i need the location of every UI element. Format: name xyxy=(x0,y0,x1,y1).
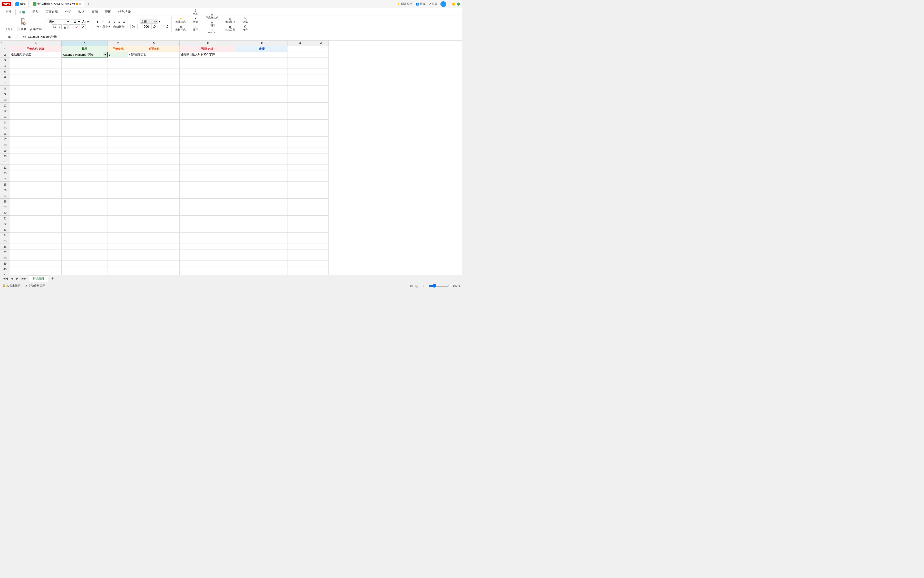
user-avatar[interactable] xyxy=(440,1,446,7)
cell-c15[interactable] xyxy=(108,125,128,131)
cell-g39[interactable] xyxy=(287,261,313,266)
cell-a40[interactable] xyxy=(10,266,62,272)
cell-f40[interactable] xyxy=(236,266,287,272)
cell-c18[interactable] xyxy=(108,142,128,148)
cell-b12[interactable] xyxy=(62,108,108,114)
font-size-select[interactable]: 11 xyxy=(71,19,81,24)
cell-b30[interactable] xyxy=(62,210,108,216)
cell-c7[interactable] xyxy=(108,80,128,86)
cell-e10[interactable] xyxy=(180,97,236,103)
cell-h4[interactable] xyxy=(313,63,328,69)
cell-e6[interactable] xyxy=(180,75,236,80)
cell-c14[interactable] xyxy=(108,120,128,125)
cell-h30[interactable] xyxy=(313,210,328,216)
cell-h40[interactable] xyxy=(313,266,328,272)
cell-e31[interactable] xyxy=(180,216,236,221)
cell-h31[interactable] xyxy=(313,216,328,221)
cell-e40[interactable] xyxy=(180,266,236,272)
cut-button[interactable]: ✂ 剪切 xyxy=(3,27,15,31)
cell-g37[interactable] xyxy=(287,250,313,255)
underline-button[interactable]: U xyxy=(63,24,68,29)
cell-f37[interactable] xyxy=(236,250,287,255)
cell-b34[interactable] xyxy=(62,232,108,238)
cell-f2[interactable] xyxy=(236,52,287,57)
cell-h29[interactable] xyxy=(313,204,328,210)
cell-h5[interactable] xyxy=(313,69,328,75)
cell-d17[interactable] xyxy=(128,136,180,142)
cell-h41[interactable] xyxy=(313,272,328,274)
cell-b4[interactable] xyxy=(62,63,108,69)
cell-g20[interactable] xyxy=(287,153,313,159)
zoom-in-button[interactable]: + xyxy=(450,284,451,287)
cell-c39[interactable] xyxy=(108,261,128,266)
cell-b6[interactable] xyxy=(62,75,108,80)
cell-f14[interactable] xyxy=(236,120,287,125)
cell-a3[interactable] xyxy=(10,57,62,63)
cell-b27[interactable] xyxy=(62,193,108,199)
cell-e9[interactable] xyxy=(180,91,236,97)
cell-g30[interactable] xyxy=(287,210,313,216)
cell-a23[interactable] xyxy=(10,170,62,176)
cell-e38[interactable] xyxy=(180,255,236,261)
cell-c26[interactable] xyxy=(108,187,128,193)
zoom-out-button[interactable]: − xyxy=(426,284,427,287)
cell-g33[interactable] xyxy=(287,227,313,232)
cell-a26[interactable] xyxy=(10,187,62,193)
cell-f5[interactable] xyxy=(236,69,287,75)
new-tab-button[interactable]: + xyxy=(86,1,92,7)
row-header-12[interactable]: 12 xyxy=(0,108,10,114)
cell-h18[interactable] xyxy=(313,142,328,148)
cell-b18[interactable] xyxy=(62,142,108,148)
cell-e32[interactable] xyxy=(180,221,236,227)
cell-b31[interactable] xyxy=(62,216,108,221)
cell-f12[interactable] xyxy=(236,108,287,114)
cell-f25[interactable] xyxy=(236,182,287,187)
align-middle-button[interactable]: ↔ xyxy=(101,19,106,24)
italic-button[interactable]: I xyxy=(58,24,62,29)
col-header-f[interactable]: F xyxy=(236,41,287,46)
row-header-34[interactable]: 34 xyxy=(0,232,10,238)
row-header-6[interactable]: 6 xyxy=(0,75,10,80)
cell-b36[interactable] xyxy=(62,244,108,250)
cell-c13[interactable] xyxy=(108,114,128,120)
cell-e37[interactable] xyxy=(180,250,236,255)
comma-button[interactable]: , xyxy=(137,24,141,29)
cell-a6[interactable] xyxy=(10,75,62,80)
cell-h8[interactable] xyxy=(313,86,328,91)
cell-c28[interactable] xyxy=(108,199,128,204)
cell-c29[interactable] xyxy=(108,204,128,210)
cell-b1[interactable]: 模块 xyxy=(62,46,108,52)
row-header-41[interactable]: 41 xyxy=(0,272,10,274)
cell-d15[interactable] xyxy=(128,125,180,131)
cell-c33[interactable] xyxy=(108,227,128,232)
font-family-select[interactable]: 宋体 xyxy=(47,19,70,24)
cell-c1[interactable]: 用例优先 xyxy=(108,46,128,52)
cell-g1[interactable] xyxy=(287,46,313,52)
cell-f27[interactable] xyxy=(236,193,287,199)
cell-f28[interactable] xyxy=(236,199,287,204)
cell-h16[interactable] xyxy=(313,131,328,136)
cell-c25[interactable] xyxy=(108,182,128,187)
row-header-37[interactable]: 37 xyxy=(0,250,10,255)
cell-a33[interactable] xyxy=(10,227,62,232)
row-header-21[interactable]: 21 xyxy=(0,159,10,165)
cell-e13[interactable] xyxy=(180,114,236,120)
align-right-button[interactable]: ≡ xyxy=(122,19,126,24)
cell-a29[interactable] xyxy=(10,204,62,210)
cell-f1[interactable]: 步骤 xyxy=(236,46,287,52)
cell-b22[interactable] xyxy=(62,165,108,170)
cell-a9[interactable] xyxy=(10,91,62,97)
row-header-16[interactable]: 16 xyxy=(0,131,10,136)
cell-b3[interactable] xyxy=(62,57,108,63)
cell-f21[interactable] xyxy=(236,159,287,165)
cell-b2[interactable]: Cat2Bug-Platform/ 登陆 ▾ xyxy=(62,52,108,57)
cell-c5[interactable] xyxy=(108,69,128,75)
cell-e5[interactable] xyxy=(180,69,236,75)
row-header-28[interactable]: 28 xyxy=(0,199,10,204)
cell-e11[interactable] xyxy=(180,103,236,108)
cell-f39[interactable] xyxy=(236,261,287,266)
cell-e24[interactable] xyxy=(180,176,236,182)
cell-h15[interactable] xyxy=(313,125,328,131)
row-header-10[interactable]: 10 xyxy=(0,97,10,103)
cell-d22[interactable] xyxy=(128,165,180,170)
